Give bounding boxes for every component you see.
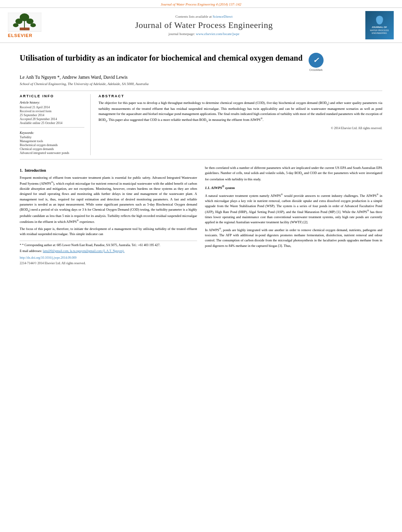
footnote-email: E-mail addresses: latn@0@gmail.com, la.t… bbox=[20, 249, 197, 254]
received-revised-date: 25 September 2014 bbox=[20, 113, 84, 117]
intro-para-1: Frequent monitoring of effluent from was… bbox=[20, 175, 197, 224]
journal-title: Journal of Water Process Engineering bbox=[47, 20, 361, 30]
section1-title: 1. Introduction bbox=[20, 167, 197, 173]
sciencedirect-link[interactable]: ScienceDirect bbox=[213, 15, 233, 19]
svg-point-4 bbox=[26, 19, 34, 24]
main-content: Utilisation of turbidity as an indicator… bbox=[0, 43, 402, 272]
elsevier-text: ELSEVIER bbox=[8, 33, 32, 38]
journal-logo-box: JOURNAL OF WATER PROCESS ENGINEERING bbox=[365, 11, 394, 39]
subsection-para-2: In AIWPS®, ponds are highly integrated w… bbox=[205, 227, 382, 248]
history-label: Article history: bbox=[20, 100, 84, 104]
right-para-1: be then correlated with a number of diff… bbox=[205, 165, 382, 182]
abstract-text: The objective for this paper was to deve… bbox=[99, 100, 382, 123]
logo-line1: JOURNAL OF bbox=[372, 26, 387, 29]
keyword-1: Turbidity bbox=[20, 135, 84, 139]
body-section: 1. Introduction Frequent monitoring of e… bbox=[20, 165, 382, 266]
divider-body bbox=[20, 159, 382, 159]
subsection-para-1: A natural wastewater treatment system na… bbox=[205, 193, 382, 225]
body-col-left: 1. Introduction Frequent monitoring of e… bbox=[20, 165, 197, 266]
footnote-section: * * Corresponding author at: 685 Lower N… bbox=[20, 241, 197, 254]
journal-logo: JOURNAL OF WATER PROCESS ENGINEERING bbox=[365, 11, 394, 39]
abstract-column: ABSTRACT The objective for this paper wa… bbox=[99, 94, 382, 155]
accepted-date: Accepted 28 September 2014 bbox=[20, 117, 84, 121]
article-info-abstract-section: ARTICLE INFO Article history: Received 2… bbox=[20, 94, 382, 155]
keywords-section: Keywords: Turbidity Management tools Bio… bbox=[20, 131, 84, 155]
article-info-column: ARTICLE INFO Article history: Received 2… bbox=[20, 94, 91, 155]
email-link[interactable]: latn@0@gmail.com, la.tu.nguyen@gmail.com… bbox=[43, 249, 125, 253]
logo-droplet bbox=[376, 16, 383, 24]
subsection-1-1-title: 1.1. AIWPS® system bbox=[205, 184, 382, 191]
crossmark-badge: ✓ CrossMark bbox=[309, 53, 324, 71]
intro-para-2: The focus of this paper is, therefore, t… bbox=[20, 226, 197, 237]
authors-line: Le Anh Tu Nguyen *, Andrew James Ward, D… bbox=[20, 74, 382, 80]
logo-line3: ENGINEERING bbox=[372, 32, 387, 35]
abstract-heading: ABSTRACT bbox=[99, 94, 382, 98]
crossmark-label: CrossMark bbox=[309, 69, 324, 71]
affiliation-line: School of Chemical Engineering, The Univ… bbox=[20, 82, 382, 86]
received-date: Received 21 April 2014 bbox=[20, 106, 84, 109]
body-col-right: be then correlated with a number of diff… bbox=[205, 165, 382, 266]
article-title: Utilisation of turbidity as an indicator… bbox=[20, 53, 303, 63]
keyword-3: Biochemical oxygen demands bbox=[20, 143, 84, 147]
crossmark-icon: ✓ bbox=[309, 53, 324, 68]
svg-point-3 bbox=[15, 19, 22, 24]
available-date: Available online 25 October 2014 bbox=[20, 121, 84, 125]
divider-after-affiliation bbox=[20, 91, 382, 91]
received-revised-label: Received in revised form bbox=[20, 109, 84, 113]
journal-header: ELSEVIER Contents lists available at Sci… bbox=[0, 7, 402, 43]
article-info-heading: ARTICLE INFO bbox=[20, 94, 84, 98]
footnote-corresponding: * * Corresponding author at: 685 Lower N… bbox=[20, 243, 197, 248]
copyright-footer: 2214-7144/© 2014 Elsevier Ltd. All right… bbox=[20, 261, 197, 266]
keyword-2: Management tools bbox=[20, 139, 84, 143]
keywords-label: Keywords: bbox=[20, 131, 84, 135]
journal-reference: Journal of Water Process Engineering 4 (… bbox=[0, 0, 402, 7]
sciencedirect-line: Contents lists available at ScienceDirec… bbox=[47, 15, 361, 19]
doi-line: http://dx.doi.org/10.1016/j.jwpe.2014.09… bbox=[20, 256, 197, 260]
keyword-5: Advanced integrated wastewater ponds bbox=[20, 151, 84, 155]
journal-homepage: journal homepage: www.elsevier.com/locat… bbox=[47, 32, 361, 36]
svg-point-5 bbox=[13, 23, 19, 27]
svg-point-6 bbox=[30, 23, 36, 27]
abstract-copyright: © 2014 Elsevier Ltd. All rights reserved… bbox=[99, 126, 382, 130]
title-row: Utilisation of turbidity as an indicator… bbox=[20, 53, 382, 71]
doi-link[interactable]: http://dx.doi.org/10.1016/j.jwpe.2014.09… bbox=[20, 256, 76, 260]
elsevier-logo: ELSEVIER bbox=[8, 13, 43, 38]
keyword-4: Chemical oxygen demands bbox=[20, 147, 84, 151]
logo-line2: WATER PROCESS bbox=[370, 29, 389, 32]
homepage-link[interactable]: www.elsevier.com/locate/jwpe bbox=[196, 32, 239, 36]
journal-title-block: Contents lists available at ScienceDirec… bbox=[47, 15, 361, 36]
divider-keywords bbox=[20, 127, 84, 128]
elsevier-tree-svg bbox=[8, 13, 41, 32]
